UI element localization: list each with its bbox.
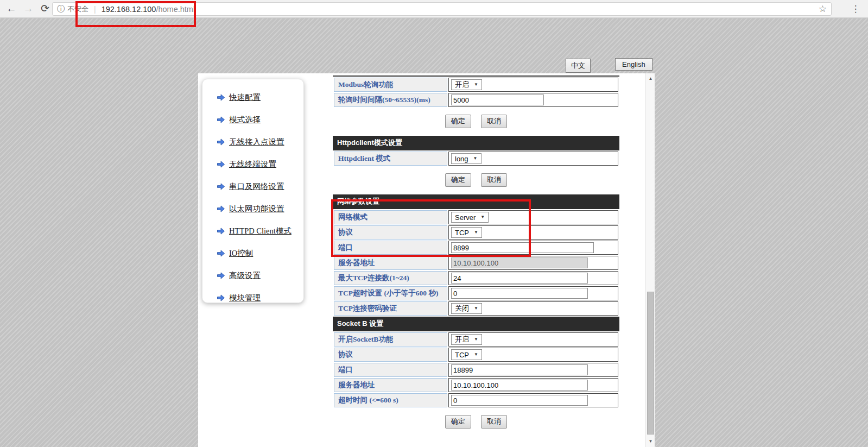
field-value-cell bbox=[448, 286, 618, 300]
caret-down-icon: ▼ bbox=[474, 83, 478, 87]
security-label: 不安全 bbox=[67, 4, 88, 14]
forward-icon[interactable]: → bbox=[21, 2, 35, 16]
ok-button[interactable]: 确定 bbox=[445, 415, 471, 429]
select-value: 开启 bbox=[455, 335, 469, 344]
field-label: 协议 bbox=[334, 348, 447, 362]
select-value: Server bbox=[455, 213, 476, 222]
select-value: long bbox=[455, 155, 468, 163]
modbus-poll-select[interactable]: 开启 ▼ bbox=[451, 79, 482, 90]
cancel-button[interactable]: 取消 bbox=[481, 173, 507, 187]
field-label: 服务器地址 bbox=[334, 378, 447, 392]
arrow-icon bbox=[217, 205, 225, 212]
bookmark-star-icon[interactable]: ☆ bbox=[819, 3, 827, 15]
network-buttons: 确定 取消 bbox=[333, 415, 619, 429]
table-row: Httpdclient 模式 long ▼ bbox=[334, 152, 618, 166]
caret-down-icon: ▼ bbox=[474, 230, 478, 235]
field-value-cell bbox=[448, 271, 618, 285]
arrow-icon bbox=[217, 138, 225, 146]
field-label: 轮询时间间隔(50~65535)(ms) bbox=[334, 93, 447, 107]
modbus-buttons: 确定 取消 bbox=[333, 115, 619, 128]
field-label: Modbus轮询功能 bbox=[334, 78, 447, 92]
sidebar-item-wireless-sta[interactable]: 无线终端设置 bbox=[217, 159, 303, 169]
field-value-cell bbox=[448, 241, 618, 255]
field-value-cell bbox=[448, 93, 618, 107]
tcp-password-verify-select[interactable]: 关闭 ▼ bbox=[451, 303, 482, 314]
network-mode-select[interactable]: Server ▼ bbox=[451, 212, 489, 223]
socketb-port-input[interactable] bbox=[451, 364, 588, 375]
socketb-protocol-select[interactable]: TCP ▼ bbox=[451, 349, 482, 360]
field-value-cell: TCP ▼ bbox=[448, 348, 618, 362]
url-host: 192.168.12.100 bbox=[102, 5, 156, 14]
sidebar-item-quick-config[interactable]: 快速配置 bbox=[217, 92, 303, 103]
scroll-down-icon[interactable]: ▼ bbox=[646, 437, 655, 446]
field-value-cell: 开启 ▼ bbox=[448, 78, 618, 92]
security-chip[interactable]: ⓘ 不安全 bbox=[57, 4, 88, 14]
socketb-timeout-input[interactable] bbox=[451, 395, 588, 406]
table-row: 端口 bbox=[334, 363, 618, 377]
table-row: 最大TCP连接数(1~24) bbox=[334, 271, 618, 285]
table-row: 协议 TCP ▼ bbox=[334, 348, 618, 362]
field-label: 超时时间 (<=600 s) bbox=[334, 393, 447, 407]
sidebar-item-mode-select[interactable]: 模式选择 bbox=[217, 115, 303, 125]
caret-down-icon: ▼ bbox=[474, 352, 478, 357]
caret-down-icon: ▼ bbox=[474, 337, 478, 342]
protocol-select[interactable]: TCP ▼ bbox=[451, 227, 482, 238]
sidebar-item-wireless-ap[interactable]: 无线接入点设置 bbox=[217, 137, 303, 147]
caret-down-icon: ▼ bbox=[473, 156, 478, 161]
server-address-input bbox=[451, 257, 588, 268]
refresh-icon[interactable]: ⟳ bbox=[38, 2, 52, 16]
select-value: TCP bbox=[455, 351, 469, 359]
sidebar-link: 串口及网络设置 bbox=[229, 181, 284, 192]
sidebar-link: HTTPD Client模式 bbox=[229, 226, 292, 236]
socketb-enable-select[interactable]: 开启 ▼ bbox=[451, 334, 482, 345]
scroll-up-icon[interactable]: ▲ bbox=[646, 74, 655, 83]
back-icon[interactable]: ← bbox=[4, 2, 18, 16]
settings-column: Modbus轮询功能 开启 ▼ 轮询时间间隔(50~65535)(ms) 确定 … bbox=[333, 73, 620, 436]
lang-english-button[interactable]: English bbox=[615, 58, 652, 71]
url-path: /home.html bbox=[156, 5, 195, 14]
table-row: 服务器地址 bbox=[334, 256, 618, 270]
table-row: 开启SocketB功能 开启 ▼ bbox=[334, 332, 618, 347]
field-value-cell bbox=[448, 393, 618, 407]
scrollbar-thumb[interactable] bbox=[647, 292, 654, 435]
tcp-timeout-input[interactable] bbox=[451, 288, 588, 299]
sidebar-item-module-manage[interactable]: 模块管理 bbox=[217, 293, 303, 303]
field-label: 协议 bbox=[334, 225, 447, 240]
field-label: 端口 bbox=[334, 363, 447, 377]
select-value: 关闭 bbox=[455, 304, 469, 313]
sidebar-item-ethernet[interactable]: 以太网功能设置 bbox=[217, 204, 303, 214]
inner-scrollbar[interactable]: ▲ ▼ bbox=[645, 73, 655, 447]
sidebar-item-advanced[interactable]: 高级设置 bbox=[217, 270, 303, 281]
cancel-button[interactable]: 取消 bbox=[481, 115, 507, 128]
ok-button[interactable]: 确定 bbox=[445, 173, 471, 187]
ok-button[interactable]: 确定 bbox=[445, 115, 471, 128]
sidebar-item-serial-network[interactable]: 串口及网络设置 bbox=[217, 181, 303, 192]
field-label: 最大TCP连接数(1~24) bbox=[334, 271, 447, 285]
socketb-server-address-input[interactable] bbox=[451, 380, 588, 391]
poll-interval-input[interactable] bbox=[451, 95, 544, 105]
port-input[interactable] bbox=[451, 242, 594, 253]
browser-menu-icon[interactable]: ⋮ bbox=[850, 3, 861, 16]
address-bar[interactable]: ⓘ 不安全 | 192.168.12.100 /home.html ☆ bbox=[52, 2, 832, 16]
sidebar-link: IO控制 bbox=[229, 248, 253, 259]
caret-down-icon: ▼ bbox=[474, 306, 478, 311]
httpdclient-buttons: 确定 取消 bbox=[333, 173, 619, 187]
lang-chinese-button[interactable]: 中文 bbox=[566, 59, 591, 73]
cancel-button[interactable]: 取消 bbox=[481, 415, 507, 429]
httpdclient-mode-select[interactable]: long ▼ bbox=[451, 153, 481, 164]
httpdclient-section-header: Httpdclient模式设置 bbox=[333, 136, 619, 150]
sidebar-link: 模式选择 bbox=[229, 115, 261, 125]
sidebar-item-io-control[interactable]: IO控制 bbox=[217, 248, 303, 259]
max-tcp-connections-input[interactable] bbox=[451, 273, 588, 284]
modbus-table: Modbus轮询功能 开启 ▼ 轮询时间间隔(50~65535)(ms) bbox=[333, 77, 619, 108]
field-value-cell: Server ▼ bbox=[448, 210, 618, 224]
sidebar-link: 以太网功能设置 bbox=[229, 204, 284, 214]
field-value-cell: 开启 ▼ bbox=[448, 332, 618, 347]
arrow-icon bbox=[217, 294, 225, 301]
table-row: TCP超时设置 (小于等于600 秒) bbox=[334, 286, 618, 300]
url-divider: | bbox=[94, 5, 96, 14]
field-label: 开启SocketB功能 bbox=[334, 332, 447, 347]
sidebar-item-httpd-client[interactable]: HTTPD Client模式 bbox=[217, 226, 303, 236]
select-value: TCP bbox=[455, 229, 469, 237]
arrow-icon bbox=[217, 161, 225, 168]
